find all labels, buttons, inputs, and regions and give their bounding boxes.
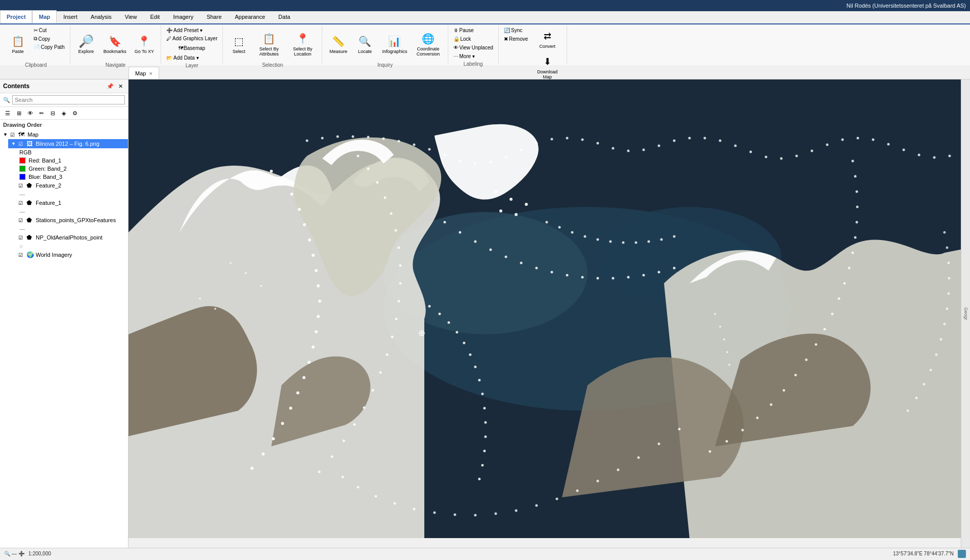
svg-point-59 [520,149,523,151]
red-swatch [19,157,25,164]
svg-point-62 [566,137,569,140]
svg-point-78 [811,150,813,152]
bottom-bar: 🔍 — ➕ 1:200,000 13°57'34.8"E 78°44'37.7"… [0,548,970,559]
svg-point-135 [515,510,518,512]
map-area[interactable]: Geogr [129,79,970,548]
copy-button[interactable]: ⧉ Copy [32,35,67,43]
layer-feature2[interactable]: ☑ ⬟ Feature_2 [8,181,128,190]
svg-point-26 [367,168,370,170]
paste-button[interactable]: 📋 Paste [5,26,31,61]
copy-path-icon: 📄 [34,44,40,50]
go-to-xy-button[interactable]: 📍 Go To XY [131,26,158,61]
convert-icon: ⇄ [539,28,555,44]
measure-button[interactable]: 📏 Measure [325,26,351,61]
map-mode-toggle[interactable] [958,550,966,558]
svg-point-117 [815,343,818,346]
infographics-button[interactable]: 📊 Infographics [378,26,411,61]
select-by-location-button[interactable]: 📍 Select By Location [286,26,319,61]
svg-point-158 [660,238,663,241]
svg-point-35 [395,318,398,321]
group-button[interactable]: ⊟ [48,109,57,118]
bookmarks-button[interactable]: 🔖 Bookmarks [100,26,130,61]
list-view-button[interactable]: ☰ [3,109,12,118]
map-tab-close[interactable]: × [149,70,152,76]
svg-point-180 [923,383,926,386]
pause-button[interactable]: ⏸ Pause [451,26,496,34]
remove-button[interactable]: ✖ Remove [502,35,530,43]
tab-project[interactable]: Project [0,10,32,23]
close-panel-button[interactable]: ✕ [116,82,125,91]
explore-icon: 🔎 [78,33,94,49]
svg-point-65 [612,147,615,150]
select-by-attributes-button[interactable]: 📋 Select By Attributes [252,26,285,61]
tab-share[interactable]: Share [200,10,228,23]
coordinate-conversion-button[interactable]: 🌐 Coordinate Conversion [412,26,445,61]
convert-button[interactable]: ⇄ Convert [531,26,564,51]
svg-point-10 [312,254,315,257]
svg-point-190 [478,379,481,382]
contents-header: Contents 📌 ✕ [0,79,128,93]
tab-appearance[interactable]: Appearance [228,10,272,23]
edit-layer-button[interactable]: ✏ [37,109,46,118]
search-input[interactable] [12,95,125,104]
svg-point-161 [245,272,247,274]
view-unplaced-button[interactable]: 👁 View Unplaced [451,44,496,51]
sync-button[interactable]: 🔄 Sync [502,26,530,34]
ribbon: 📋 Paste ✂ Cut ⧉ Copy 📄 Copy Path Clipboa… [0,24,970,65]
svg-point-87 [949,155,951,157]
tools-button[interactable]: ⚙ [70,109,80,118]
thumbnail-view-button[interactable]: ⊞ [14,109,23,118]
more-labeling-button[interactable]: ⋯ More ▾ [451,52,496,60]
check-icon: ☑ [18,252,25,258]
basemap-button[interactable]: 🗺 Basemap [164,43,219,54]
svg-point-155 [622,242,625,244]
pin-panel-button[interactable]: 📌 [106,82,115,91]
svg-point-95 [535,267,538,270]
visibility-button[interactable]: 👁 [25,109,35,118]
svg-point-145 [509,198,513,201]
tab-insert[interactable]: Insert [57,10,84,23]
map-tab[interactable]: Map × [129,67,159,79]
lock-button[interactable]: 🔒 Lock [451,35,496,43]
svg-point-21 [281,422,284,425]
highlight-button[interactable]: ◈ [59,109,68,118]
tab-edit[interactable]: Edit [143,10,166,23]
layer-np[interactable]: ☑ ⬟ NP_OldAerialPhotos_point [8,233,128,242]
tab-data[interactable]: Data [272,10,297,23]
layer-map[interactable]: ▼ ☑ 🗺 Map [0,130,128,139]
layer-world-imagery[interactable]: ☑ 🌍 World Imagery [8,250,128,259]
tab-map[interactable]: Map [32,10,57,23]
svg-point-166 [719,326,721,328]
cut-icon: ✂ [34,28,38,33]
ribbon-group-selection: ⬚ Select 📋 Select By Attributes 📍 Select… [223,25,322,64]
layer-blinova[interactable]: ▼ ☑ 🖼 Blinova 2012 – Fig. 6.png [8,139,128,148]
ribbon-group-navigate: 🔎 Explore 🔖 Bookmarks 📍 Go To XY Navigat… [70,25,161,64]
copy-path-button[interactable]: 📄 Copy Path [32,43,67,51]
locate-button[interactable]: 🔍 Locate [352,26,377,61]
add-graphics-layer-button[interactable]: 🖊 Add Graphics Layer [164,35,219,42]
coordinate-icon: 🌐 [420,31,437,47]
add-preset-button[interactable]: ➕ Add Preset ▾ [164,26,219,34]
tab-view[interactable]: View [118,10,144,23]
svg-point-83 [887,143,890,146]
svg-point-119 [795,374,797,377]
cut-button[interactable]: ✂ Cut [32,26,67,34]
tab-analysis[interactable]: Analysis [84,10,118,23]
svg-point-33 [399,282,402,285]
svg-point-80 [841,139,844,141]
select-button[interactable]: ⬚ Select [226,26,251,61]
svg-point-112 [848,267,851,270]
svg-point-63 [581,139,584,141]
download-map-button[interactable]: ⬇ Download Map [531,52,564,82]
svg-point-165 [714,313,716,315]
layer-feature1[interactable]: ☑ ⬟ Feature_1 [8,198,128,207]
svg-point-109 [856,221,858,224]
layer-stations[interactable]: ☑ ⬟ Stations_points_GPXtoFeatures [8,216,128,225]
tab-imagery[interactable]: Imagery [166,10,200,23]
explore-button[interactable]: 🔎 Explore [73,26,99,61]
svg-point-39 [372,389,374,392]
more-icon: ⋯ [453,54,458,59]
svg-point-133 [474,514,477,517]
svg-point-134 [495,513,497,515]
add-data-button[interactable]: 📂 Add Data ▾ [164,54,219,62]
